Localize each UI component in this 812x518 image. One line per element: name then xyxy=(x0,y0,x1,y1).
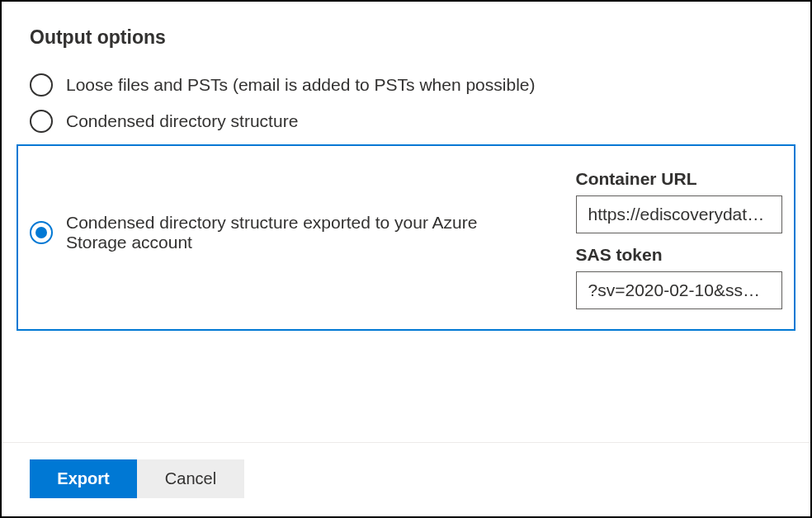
sas-token-input[interactable] xyxy=(576,271,782,309)
section-title: Output options xyxy=(30,26,782,49)
container-url-label: Container URL xyxy=(576,169,782,189)
dialog-footer: Export Cancel xyxy=(2,442,810,516)
radio-option-loose-files[interactable]: Loose files and PSTs (email is added to … xyxy=(30,67,782,103)
radio-label: Condensed directory structure xyxy=(66,111,298,131)
radio-option-condensed[interactable]: Condensed directory structure xyxy=(30,103,782,139)
output-options-radio-group: Loose files and PSTs (email is added to … xyxy=(30,67,782,331)
radio-icon xyxy=(30,73,53,97)
radio-label: Condensed directory structure exported t… xyxy=(66,213,526,252)
radio-option-azure-storage[interactable]: Condensed directory structure exported t… xyxy=(17,144,795,331)
radio-label: Loose files and PSTs (email is added to … xyxy=(66,75,535,95)
azure-storage-fields: Container URL SAS token xyxy=(576,169,782,309)
sas-token-label: SAS token xyxy=(576,245,782,265)
container-url-field-group: Container URL xyxy=(576,169,782,233)
export-button[interactable]: Export xyxy=(30,459,137,498)
radio-icon xyxy=(30,221,53,244)
sas-token-field-group: SAS token xyxy=(576,245,782,309)
container-url-input[interactable] xyxy=(576,195,782,233)
radio-icon xyxy=(30,110,53,133)
cancel-button[interactable]: Cancel xyxy=(137,459,244,498)
